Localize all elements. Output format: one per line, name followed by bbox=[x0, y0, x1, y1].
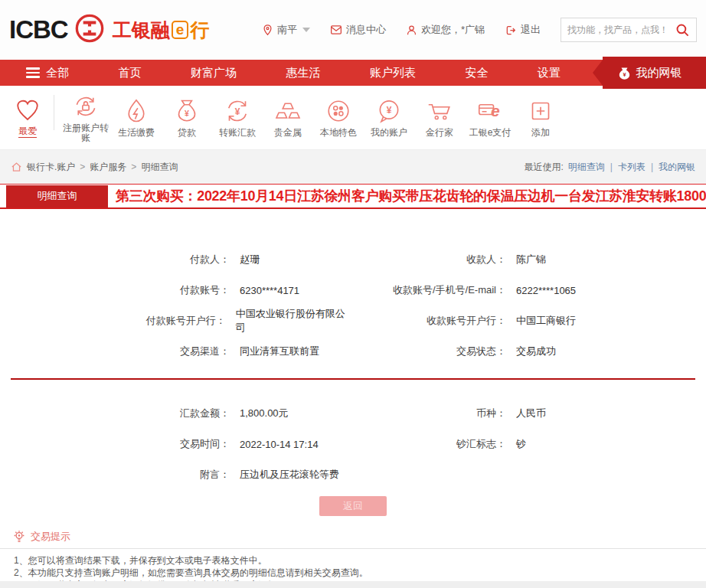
payee-account-label: 收款账号/手机号/E-mail： bbox=[353, 283, 506, 297]
nav-wealth-plaza[interactable]: 财富广场 bbox=[191, 66, 237, 80]
link-separator: | bbox=[651, 162, 653, 172]
payee-bank-value: 中国工商银行 bbox=[516, 314, 576, 328]
tab-detail-query[interactable]: 明细查询 bbox=[6, 185, 108, 207]
icbc-logo-text: ICBC bbox=[9, 15, 68, 44]
shortcut-loan[interactable]: ¥ 贷款 bbox=[162, 97, 212, 138]
cash-flag-value: 钞 bbox=[516, 437, 526, 451]
cart-icon bbox=[426, 97, 453, 125]
home-icon[interactable] bbox=[11, 162, 22, 172]
nav-all-label: 全部 bbox=[46, 66, 69, 80]
currency-value: 人民币 bbox=[516, 407, 546, 420]
breadcrumb-item[interactable]: 银行卡.账户 bbox=[27, 161, 75, 174]
divider bbox=[54, 95, 54, 130]
nav-settings[interactable]: 设置 bbox=[538, 66, 561, 80]
breadcrumb-separator: > bbox=[80, 162, 85, 172]
shortcut-label: 最爱 bbox=[18, 126, 37, 138]
payee-value: 陈广锦 bbox=[516, 253, 546, 266]
location-selector[interactable]: 南平 bbox=[262, 23, 310, 37]
title-bar: 明细查询 第三次购买：2022年10月14日江苏徐州客户购买带压花齿轮的保温压边… bbox=[0, 184, 706, 209]
nav-account-list[interactable]: 账户列表 bbox=[370, 66, 416, 80]
recent-link-my-ebank[interactable]: 我的网银 bbox=[659, 161, 695, 174]
cash-flag-label: 钞汇标志： bbox=[353, 437, 506, 451]
recent-link-card-list[interactable]: 卡列表 bbox=[618, 161, 646, 174]
top-header: ICBC 工银融 e 行 南平 bbox=[0, 0, 706, 60]
search-input[interactable] bbox=[567, 24, 675, 35]
shortcut-bar: 最爱 注册账户转账 生活缴费 ¥ 贷款 bbox=[0, 86, 706, 150]
card-e-icon: e bbox=[476, 97, 504, 125]
brand-prefix: 工银融 bbox=[113, 18, 170, 43]
shortcut-precious-metal[interactable]: 贵金属 bbox=[263, 97, 313, 138]
shortcut-label: 注册账户转账 bbox=[60, 123, 111, 143]
transaction-tips: 交易提示 1、您可以将查询结果下载，并保存到文本或电子表格文件中。 2、本功能只… bbox=[0, 530, 706, 588]
detail-panel: 付款人： 赵珊 收款人： 陈广锦 付款账号： 6230****4171 收款账号… bbox=[0, 209, 706, 516]
channel-value: 同业清算互联前置 bbox=[240, 345, 319, 358]
shortcut-register-transfer[interactable]: 注册账户转账 bbox=[60, 93, 111, 143]
footer-strip bbox=[0, 581, 706, 588]
my-ebank-ribbon[interactable]: ¥ 我的网银 bbox=[593, 57, 706, 89]
location-label: 南平 bbox=[277, 23, 297, 37]
money-bag-icon: ¥ bbox=[173, 97, 201, 125]
payee-bank-label: 收款账号开户行： bbox=[353, 314, 506, 328]
section-divider bbox=[11, 378, 695, 380]
detail-row: 付款账号开户行： 中国农业银行股份有限公司 收款账号开户行： 中国工商银行 bbox=[0, 305, 706, 336]
shortcut-add[interactable]: 添加 bbox=[515, 97, 566, 138]
shortcut-label: 转账汇款 bbox=[219, 128, 256, 138]
memo-label: 附言： bbox=[0, 468, 230, 482]
notice-marquee: 第三次购买：2022年10月14日江苏徐州客户购买带压花齿轮的保温压边机一台发江… bbox=[108, 187, 706, 205]
page: ICBC 工银融 e 行 南平 bbox=[0, 0, 706, 588]
shortcut-gold-expert[interactable]: 金行家 bbox=[414, 97, 465, 138]
shortcut-epay[interactable]: e 工银e支付 bbox=[465, 97, 515, 138]
money-bag-icon: ¥ bbox=[617, 66, 632, 80]
search-icon[interactable] bbox=[675, 23, 690, 38]
message-center-link[interactable]: 消息中心 bbox=[330, 23, 386, 37]
nav-all[interactable]: 全部 bbox=[26, 66, 69, 80]
location-pin-icon bbox=[262, 24, 273, 36]
amount-label: 汇款金额： bbox=[0, 407, 230, 420]
search-box bbox=[561, 18, 697, 42]
detail-row: 附言： 压边机及压花滚轮等费 bbox=[0, 459, 706, 490]
shortcut-favorite[interactable]: 最爱 bbox=[5, 97, 51, 138]
svg-text:¥: ¥ bbox=[185, 109, 189, 118]
channel-label: 交易渠道： bbox=[0, 345, 230, 358]
envelope-icon bbox=[330, 24, 342, 35]
tip-item: 1、您可以将查询结果下载，并保存到文本或电子表格文件中。 bbox=[14, 554, 695, 567]
gold-bars-icon bbox=[274, 97, 302, 125]
svg-text:e: e bbox=[491, 102, 500, 119]
payee-account-value: 6222****1065 bbox=[516, 285, 576, 296]
status-label: 交易状态： bbox=[353, 345, 506, 358]
logout-icon bbox=[505, 24, 517, 36]
payer-bank-value: 中国农业银行股份有限公司 bbox=[236, 307, 353, 335]
time-label: 交易时间： bbox=[0, 437, 230, 451]
shortcut-transfer-remit[interactable]: ¥ 转账汇款 bbox=[212, 97, 263, 138]
detail-row: 付款账号： 6230****4171 收款账号/手机号/E-mail： 6222… bbox=[0, 275, 706, 305]
breadcrumb-separator: > bbox=[131, 162, 136, 172]
nav-security[interactable]: 安全 bbox=[466, 66, 489, 80]
detail-row: 付款人： 赵珊 收款人： 陈广锦 bbox=[0, 244, 706, 275]
shortcut-my-account[interactable]: ¥ 我的账户 bbox=[364, 97, 414, 138]
breadcrumb-item[interactable]: 账户服务 bbox=[90, 161, 126, 174]
lock-cycle-icon bbox=[72, 93, 100, 120]
brand-name: 工银融 e 行 bbox=[113, 18, 210, 43]
back-button[interactable]: 返回 bbox=[319, 496, 387, 516]
yuan-bubble-icon: ¥ bbox=[375, 97, 403, 125]
shortcut-life-payment[interactable]: 生活缴费 bbox=[111, 97, 162, 138]
nav-home[interactable]: 首页 bbox=[119, 66, 142, 80]
nav-life[interactable]: 惠生活 bbox=[286, 66, 321, 80]
user-icon bbox=[406, 24, 417, 36]
shortcut-label: 本地特色 bbox=[320, 128, 357, 138]
plus-square-icon bbox=[527, 97, 554, 125]
shortcut-label: 我的账户 bbox=[371, 128, 407, 138]
memo-value: 压边机及压花滚轮等费 bbox=[240, 468, 339, 482]
lightbulb-icon bbox=[12, 530, 26, 544]
shortcut-local-specialty[interactable]: 本地特色 bbox=[313, 97, 364, 138]
logout-button[interactable]: 退出 bbox=[505, 23, 541, 37]
heart-icon bbox=[15, 97, 41, 123]
message-center-label: 消息中心 bbox=[346, 23, 386, 37]
tips-title: 交易提示 bbox=[31, 530, 70, 544]
breadcrumb-item[interactable]: 明细查询 bbox=[141, 161, 178, 174]
currency-label: 币种： bbox=[353, 407, 506, 420]
welcome-user[interactable]: 欢迎您，*广锦 bbox=[406, 23, 485, 37]
recent-link-detail-query[interactable]: 明细查询 bbox=[568, 161, 605, 174]
link-separator: | bbox=[610, 162, 613, 172]
shortcut-label: 添加 bbox=[531, 128, 550, 138]
